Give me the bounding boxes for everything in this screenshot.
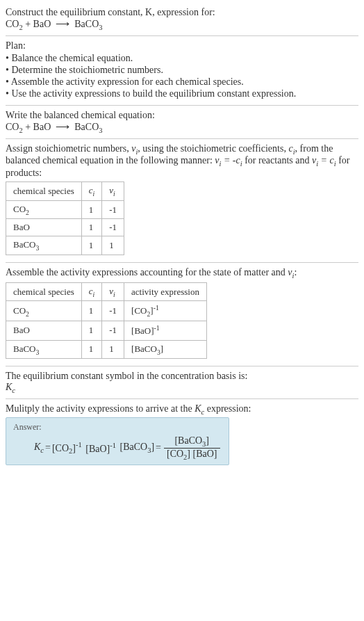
cell-ci: 1 (81, 340, 102, 359)
plan-bullet-1: • Balance the chemical equation. (6, 53, 358, 64)
activity-table: chemical species ci νi activity expressi… (6, 282, 207, 359)
c-i: ci (288, 143, 295, 154)
text: Assign stoichiometric numbers, (6, 143, 131, 154)
plan-bullets: • Balance the chemical equation. • Deter… (6, 53, 358, 99)
text: for reactants and (242, 155, 312, 166)
numerator: [BaCO3] (164, 435, 220, 449)
kc: Kc (195, 403, 204, 414)
equals2: = (156, 442, 161, 453)
balanced-line: Write the balanced chemical equation: (6, 110, 358, 121)
activity-section: Assemble the activity expressions accoun… (6, 263, 358, 366)
cell-nui: -1 (102, 301, 124, 321)
prompt-line1: Construct the equilibrium constant, K, e… (6, 7, 358, 18)
cell-activity: [BaO]-1 (124, 321, 207, 340)
k: K (34, 442, 40, 452)
answer-expression: Kc = [CO2]-1 [BaO]-1 [BaCO3] = [BaCO3] [… (13, 435, 222, 461)
table-row: CO2 1 -1 (6, 200, 124, 219)
rel-products: νi = ci (312, 155, 336, 166)
cell-species: BaCO3 (6, 340, 82, 359)
cell-activity: [BaCO3] (124, 340, 207, 359)
cell-activity: [CO2]-1 (124, 301, 207, 321)
cell-nui: -1 (102, 321, 124, 340)
k: K (6, 382, 12, 392)
cell-nui: 1 (102, 236, 124, 255)
answer-box: Answer: Kc = [CO2]-1 [BaO]-1 [BaCO3] = [… (6, 417, 229, 466)
col-species: chemical species (6, 182, 82, 201)
c: c (12, 387, 15, 394)
kc-line: The equilibrium constant symbol in the c… (6, 371, 358, 382)
col-nui: νi (102, 282, 124, 301)
text: Mulitply the activity expressions to arr… (6, 403, 195, 414)
table-header-row: chemical species ci νi (6, 182, 124, 201)
stoich-intro: Assign stoichiometric numbers, νi, using… (6, 143, 358, 179)
table-row: CO2 1 -1 [CO2]-1 (6, 301, 207, 321)
plan-bullet-2: • Determine the stoichiometric numbers. (6, 65, 358, 76)
text: , using the stoichiometric coefficients, (138, 143, 288, 154)
prompt-section: Construct the equilibrium constant, K, e… (6, 3, 358, 35)
cell-ci: 1 (81, 236, 102, 255)
answer-section: Mulitply the activity expressions to arr… (6, 399, 358, 471)
kc-lhs: Kc (34, 442, 44, 454)
cell-nui: 1 (102, 340, 124, 359)
cell-species: CO2 (6, 200, 82, 219)
answer-intro: Mulitply the activity expressions to arr… (6, 403, 358, 416)
cell-ci: 1 (81, 200, 102, 219)
text: : (294, 267, 297, 277)
cell-nui: -1 (102, 219, 124, 236)
prompt-equation: CO2 + BaO ⟶ BaCO3 (6, 18, 358, 31)
term3: [BaCO3] (117, 442, 154, 454)
denominator: [CO2] [BaO] (164, 449, 220, 461)
fraction: [BaCO3] [CO2] [BaO] (164, 435, 220, 461)
cell-species: BaO (6, 219, 82, 236)
col-nui: νi (102, 182, 124, 201)
table-row: BaO 1 -1 [BaO]-1 (6, 321, 207, 340)
text: Assemble the activity expressions accoun… (6, 267, 288, 277)
cell-species: CO2 (6, 301, 82, 321)
rel-reactants: νi = -ci (215, 155, 242, 166)
plan-bullet-4: • Use the activity expressions to build … (6, 88, 358, 99)
table-row: BaO 1 -1 (6, 219, 124, 236)
cell-ci: 1 (81, 219, 102, 236)
table-row: BaCO3 1 1 [BaCO3] (6, 340, 207, 359)
equals: = (45, 442, 51, 453)
cell-species: BaCO3 (6, 236, 82, 255)
kc-symbol-section: The equilibrium constant symbol in the c… (6, 366, 358, 398)
cell-species: BaO (6, 321, 82, 340)
col-ci: ci (81, 182, 102, 201)
balanced-equation: CO2 + BaO ⟶ BaCO3 (6, 121, 358, 134)
text: expression: (204, 403, 251, 414)
nu-i: νi (131, 143, 138, 154)
col-activity: activity expression (124, 282, 207, 301)
col-species: chemical species (6, 282, 82, 301)
activity-intro: Assemble the activity expressions accoun… (6, 267, 358, 280)
term1: [CO2]-1 (52, 441, 82, 455)
stoich-section: Assign stoichiometric numbers, νi, using… (6, 139, 358, 262)
answer-label: Answer: (13, 422, 222, 433)
kc-symbol: Kc (6, 382, 358, 394)
balanced-section: Write the balanced chemical equation: CO… (6, 106, 358, 138)
stoich-table: chemical species ci νi CO2 1 -1 BaO 1 -1… (6, 182, 124, 255)
c: c (40, 446, 44, 454)
cell-ci: 1 (81, 301, 102, 321)
plan-title: Plan: (6, 40, 358, 51)
plan-section: Plan: • Balance the chemical equation. •… (6, 36, 358, 105)
prompt-text: Construct the equilibrium constant, K, e… (6, 7, 215, 17)
plan-bullet-3: • Assemble the activity expression for e… (6, 76, 358, 88)
cell-nui: -1 (102, 200, 124, 219)
table-row: BaCO3 1 1 (6, 236, 124, 255)
term2: [BaO]-1 (83, 442, 116, 455)
table-header-row: chemical species ci νi activity expressi… (6, 282, 207, 301)
cell-ci: 1 (81, 321, 102, 340)
col-ci: ci (81, 282, 102, 301)
